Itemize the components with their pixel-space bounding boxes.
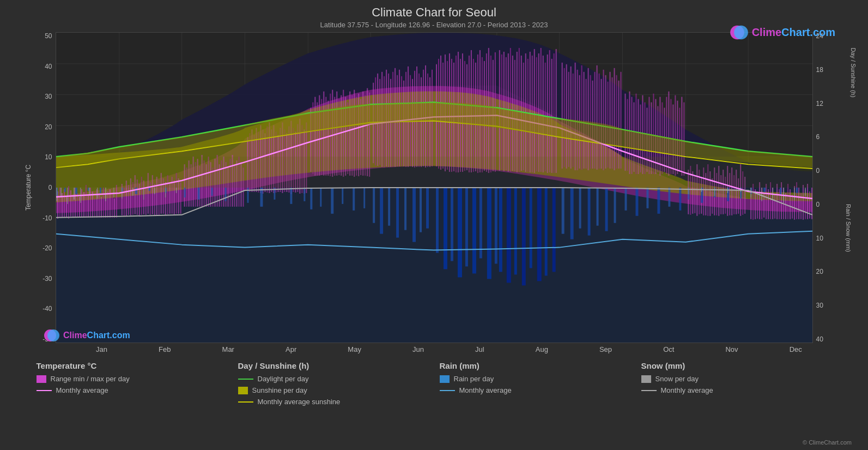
svg-rect-346 <box>787 184 788 219</box>
svg-rect-273 <box>620 72 621 169</box>
svg-rect-387 <box>404 188 406 230</box>
legend-title-temperature: Temperature °C <box>37 361 227 370</box>
svg-rect-28 <box>68 186 69 219</box>
svg-rect-376 <box>304 188 305 201</box>
right-y-val-20: 20 <box>816 268 823 275</box>
svg-rect-411 <box>587 188 590 236</box>
svg-point-457 <box>47 329 59 341</box>
svg-rect-375 <box>290 188 292 204</box>
svg-rect-414 <box>614 188 616 223</box>
svg-rect-262 <box>596 65 597 170</box>
svg-rect-258 <box>587 68 588 170</box>
svg-rect-30 <box>72 195 73 218</box>
svg-rect-228 <box>518 48 519 172</box>
right-y-val-40: 40 <box>816 335 823 343</box>
month-feb: Feb <box>159 345 171 353</box>
legend-label-daylight: Daylight per day <box>258 375 309 383</box>
svg-rect-444 <box>175 188 177 193</box>
svg-rect-239 <box>542 56 543 172</box>
svg-rect-261 <box>594 72 595 169</box>
svg-rect-417 <box>646 188 648 208</box>
month-jul: Jul <box>475 345 484 353</box>
svg-rect-370 <box>211 188 213 196</box>
legend-label-sunshine-avg: Monthly average sunshine <box>258 398 341 406</box>
svg-rect-33 <box>78 197 80 218</box>
svg-rect-377 <box>310 188 312 209</box>
y-val-50: 50 <box>45 32 52 40</box>
month-apr: Apr <box>286 345 296 353</box>
svg-rect-413 <box>605 188 608 231</box>
svg-rect-40 <box>94 199 95 218</box>
svg-rect-382 <box>363 188 365 208</box>
svg-rect-247 <box>563 68 564 167</box>
svg-rect-451 <box>761 188 762 201</box>
svg-rect-26 <box>63 189 64 218</box>
legend-swatch-rain <box>440 375 450 383</box>
right-y-val-10: 10 <box>816 235 823 242</box>
watermark-bottom-text: ClimeChart.com <box>63 331 130 340</box>
svg-rect-454 <box>794 188 795 200</box>
svg-rect-398 <box>487 188 491 279</box>
svg-rect-189 <box>429 77 430 167</box>
svg-rect-380 <box>342 188 343 204</box>
svg-rect-245 <box>555 49 556 173</box>
svg-rect-366 <box>148 188 150 191</box>
legend-label-snow-avg: Monthly average <box>661 386 713 394</box>
svg-rect-450 <box>750 188 751 197</box>
svg-rect-406 <box>544 188 547 275</box>
svg-rect-255 <box>581 65 582 170</box>
y-axis-right: 24 18 12 6 0 0 10 20 30 40 Day / Sunshin… <box>813 32 843 343</box>
svg-rect-373 <box>260 188 263 207</box>
svg-rect-395 <box>465 188 468 266</box>
svg-rect-265 <box>603 70 604 170</box>
svg-rect-270 <box>614 68 615 170</box>
svg-rect-419 <box>668 188 670 207</box>
svg-rect-43 <box>100 197 101 218</box>
svg-rect-355 <box>807 184 808 219</box>
legend-line-daylight <box>238 379 253 380</box>
svg-rect-332 <box>757 191 758 219</box>
svg-rect-368 <box>184 188 185 197</box>
svg-rect-386 <box>396 188 399 238</box>
svg-rect-410 <box>579 188 581 229</box>
y-val-minus20: -20 <box>43 244 52 252</box>
svg-rect-345 <box>785 193 786 219</box>
x-axis: Jan Feb Mar Apr May Jun Jul Aug Sep Oct … <box>70 343 828 353</box>
svg-rect-394 <box>457 188 462 277</box>
legend-item-daylight: Daylight per day <box>238 375 429 383</box>
page-title: Climate Chart for Seoul <box>372 5 496 20</box>
svg-rect-24 <box>59 188 60 218</box>
legend-item-sunshine: Sunshine per day <box>238 386 429 394</box>
y-val-minus10: -10 <box>43 214 52 222</box>
legend-swatch-sunshine <box>238 387 248 394</box>
svg-rect-351 <box>798 188 799 219</box>
svg-rect-268 <box>609 72 610 169</box>
svg-rect-383 <box>373 188 375 223</box>
svg-rect-256 <box>583 72 584 169</box>
svg-rect-399 <box>494 188 497 264</box>
svg-rect-436 <box>96 188 98 199</box>
svg-rect-400 <box>499 188 502 272</box>
svg-rect-44 <box>102 188 104 218</box>
svg-rect-407 <box>552 188 555 272</box>
chart-svg <box>56 33 812 343</box>
right-y-val-30: 30 <box>816 302 823 309</box>
y-val-30: 30 <box>45 93 52 100</box>
svg-rect-338 <box>770 182 771 219</box>
svg-rect-360 <box>64 188 65 192</box>
svg-rect-54 <box>128 185 129 215</box>
legend-label-rain: Rain per day <box>454 375 494 383</box>
y-val-minus30: -30 <box>43 275 52 283</box>
svg-rect-269 <box>611 77 612 169</box>
legend-label-temp-range: Range min / max per day <box>51 375 130 383</box>
svg-rect-445 <box>688 188 689 194</box>
watermark-bottom: ClimeChart.com <box>44 327 130 344</box>
logo-icon-top <box>730 23 749 42</box>
legend-item-snow-avg: Monthly average <box>641 386 832 394</box>
legend-line-temp-avg <box>37 390 52 391</box>
svg-rect-396 <box>472 188 476 273</box>
svg-rect-342 <box>779 189 780 219</box>
month-mar: Mar <box>222 345 234 353</box>
svg-rect-401 <box>506 188 511 283</box>
svg-rect-62 <box>145 188 146 215</box>
